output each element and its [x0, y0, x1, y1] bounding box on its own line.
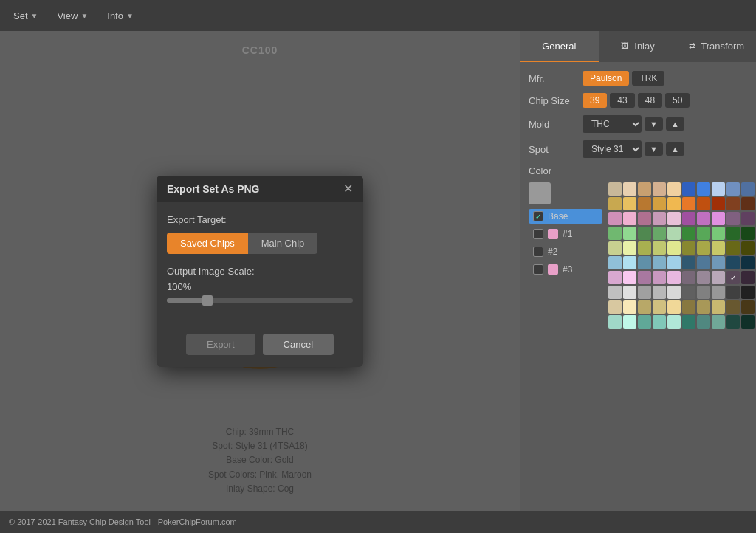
modal-close-btn[interactable]: ✕	[343, 183, 353, 195]
palette-cell-5-1[interactable]	[623, 256, 636, 269]
palette-cell-1-7[interactable]	[712, 197, 725, 210]
mfr-trk-btn[interactable]: TRK	[632, 71, 664, 86]
palette-cell-6-3[interactable]	[653, 271, 666, 284]
palette-cell-2-6[interactable]	[697, 212, 710, 225]
palette-cell-0-3[interactable]	[653, 182, 666, 196]
palette-cell-4-3[interactable]	[653, 241, 666, 255]
palette-cell-7-9[interactable]	[741, 286, 755, 299]
palette-cell-0-9[interactable]	[741, 182, 755, 196]
palette-cell-9-4[interactable]	[667, 315, 681, 329]
palette-cell-4-0[interactable]	[608, 241, 622, 255]
palette-cell-7-4[interactable]	[667, 286, 681, 299]
palette-cell-9-5[interactable]	[682, 315, 695, 329]
color-item-3[interactable]: #3	[529, 262, 602, 277]
palette-cell-2-0[interactable]	[608, 212, 622, 225]
mfr-paulson-btn[interactable]: Paulson	[583, 71, 629, 86]
palette-cell-0-8[interactable]	[726, 182, 740, 196]
palette-cell-3-9[interactable]	[741, 227, 755, 240]
palette-cell-8-4[interactable]	[667, 300, 681, 314]
color-item-base[interactable]: ✓ Base	[529, 209, 602, 224]
palette-cell-3-4[interactable]	[667, 227, 681, 240]
palette-cell-3-1[interactable]	[623, 227, 636, 240]
spot-down-btn[interactable]: ▼	[645, 142, 663, 156]
palette-cell-3-7[interactable]	[712, 227, 725, 240]
palette-cell-5-6[interactable]	[697, 256, 710, 269]
palette-cell-7-8[interactable]	[726, 286, 740, 299]
palette-cell-9-9[interactable]	[741, 315, 755, 329]
palette-cell-5-9[interactable]	[741, 256, 755, 269]
palette-cell-7-6[interactable]	[697, 286, 710, 299]
palette-cell-6-2[interactable]	[638, 271, 651, 284]
palette-cell-2-7[interactable]	[712, 212, 725, 225]
palette-cell-9-0[interactable]	[608, 315, 622, 329]
palette-cell-1-3[interactable]	[653, 197, 666, 210]
palette-cell-6-8[interactable]	[726, 271, 740, 284]
palette-cell-8-6[interactable]	[697, 300, 710, 314]
mold-up-btn[interactable]: ▲	[666, 117, 684, 131]
palette-cell-8-2[interactable]	[638, 300, 651, 314]
palette-cell-5-7[interactable]	[712, 256, 725, 269]
palette-cell-4-2[interactable]	[638, 241, 651, 255]
palette-cell-9-1[interactable]	[623, 315, 636, 329]
cancel-btn[interactable]: Cancel	[263, 334, 334, 355]
palette-cell-5-3[interactable]	[653, 256, 666, 269]
palette-cell-4-7[interactable]	[712, 241, 725, 255]
mold-select[interactable]: THC	[583, 115, 642, 133]
palette-cell-8-0[interactable]	[608, 300, 622, 314]
palette-cell-8-8[interactable]	[726, 300, 740, 314]
palette-cell-4-8[interactable]	[726, 241, 740, 255]
palette-cell-2-9[interactable]	[741, 212, 755, 225]
palette-cell-1-4[interactable]	[667, 197, 681, 210]
palette-cell-9-8[interactable]	[726, 315, 740, 329]
tab-transform[interactable]: ⇄ Transform	[677, 31, 756, 62]
palette-cell-8-5[interactable]	[682, 300, 695, 314]
palette-cell-3-5[interactable]	[682, 227, 695, 240]
palette-cell-6-4[interactable]	[667, 271, 681, 284]
palette-cell-7-0[interactable]	[608, 286, 622, 299]
palette-cell-6-5[interactable]	[682, 271, 695, 284]
size-50-btn[interactable]: 50	[665, 93, 690, 108]
palette-cell-2-2[interactable]	[638, 212, 651, 225]
palette-cell-2-8[interactable]	[726, 212, 740, 225]
palette-cell-1-1[interactable]	[623, 197, 636, 210]
palette-cell-3-0[interactable]	[608, 227, 622, 240]
menu-info[interactable]: Info ▼	[101, 7, 140, 24]
palette-cell-8-1[interactable]	[623, 300, 636, 314]
palette-cell-5-5[interactable]	[682, 256, 695, 269]
palette-cell-4-4[interactable]	[667, 241, 681, 255]
palette-cell-1-2[interactable]	[638, 197, 651, 210]
palette-cell-0-2[interactable]	[638, 182, 651, 196]
palette-cell-4-5[interactable]	[682, 241, 695, 255]
palette-cell-7-7[interactable]	[712, 286, 725, 299]
palette-cell-0-7[interactable]	[712, 182, 725, 196]
palette-cell-4-1[interactable]	[623, 241, 636, 255]
palette-cell-1-5[interactable]	[682, 197, 695, 210]
mold-down-btn[interactable]: ▼	[645, 117, 663, 131]
palette-cell-5-8[interactable]	[726, 256, 740, 269]
palette-cell-6-6[interactable]	[697, 271, 710, 284]
palette-cell-5-0[interactable]	[608, 256, 622, 269]
palette-cell-9-6[interactable]	[697, 315, 710, 329]
saved-chips-btn[interactable]: Saved Chips	[167, 233, 248, 254]
scale-slider[interactable]	[167, 298, 353, 303]
menu-set[interactable]: Set ▼	[7, 7, 44, 24]
palette-cell-0-5[interactable]	[682, 182, 695, 196]
palette-cell-6-9[interactable]	[741, 271, 755, 284]
palette-cell-0-1[interactable]	[623, 182, 636, 196]
palette-cell-7-2[interactable]	[638, 286, 651, 299]
main-chip-btn[interactable]: Main Chip	[248, 233, 318, 254]
palette-cell-2-5[interactable]	[682, 212, 695, 225]
palette-cell-3-3[interactable]	[653, 227, 666, 240]
palette-cell-4-6[interactable]	[697, 241, 710, 255]
palette-cell-6-1[interactable]	[623, 271, 636, 284]
palette-cell-7-3[interactable]	[653, 286, 666, 299]
palette-cell-9-2[interactable]	[638, 315, 651, 329]
scale-slider-thumb[interactable]	[202, 295, 213, 306]
color-item-2[interactable]: #2	[529, 244, 602, 259]
palette-cell-0-4[interactable]	[667, 182, 681, 196]
palette-cell-2-3[interactable]	[653, 212, 666, 225]
palette-cell-8-3[interactable]	[653, 300, 666, 314]
palette-cell-9-7[interactable]	[712, 315, 725, 329]
color-item-1[interactable]: #1	[529, 227, 602, 241]
export-btn[interactable]: Export	[186, 334, 255, 355]
